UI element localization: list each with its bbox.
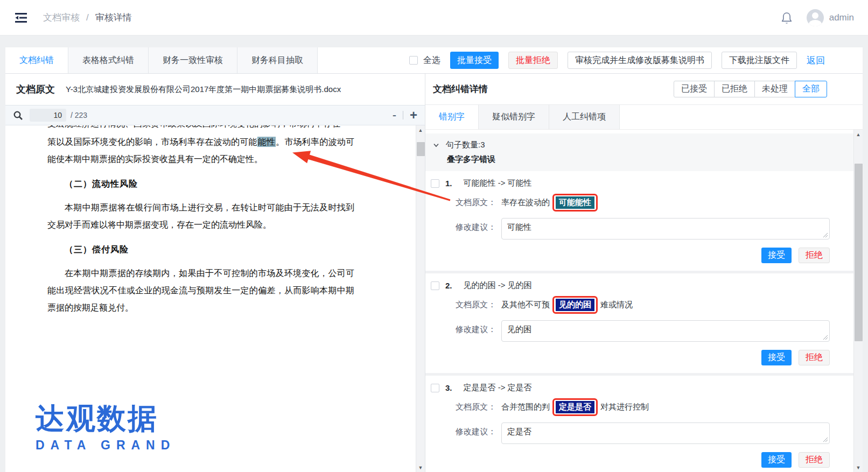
doc-paragraph-2: 本期中期票据将在银行间市场上进行交易，在转让时可能由于无法及时找到交易对手而难以… bbox=[47, 199, 354, 234]
item-1-accept-button[interactable]: 接受 bbox=[761, 248, 792, 263]
item-3-checkbox[interactable] bbox=[431, 384, 439, 392]
item-2-source-post: 难或情况 bbox=[600, 300, 633, 310]
item-2-reject-button[interactable]: 拒绝 bbox=[799, 350, 830, 365]
avatar bbox=[807, 9, 824, 26]
error-group-header[interactable]: 句子数量:3 叠字多字错误 bbox=[425, 133, 853, 171]
item-1-source-label: 文档原文： bbox=[456, 198, 496, 208]
error-item-3: 3. 定是是否 -> 定是否 文档原文： 合并范围的判 定是是否 对其进行控制 … bbox=[425, 376, 853, 472]
doc-p1-pre: 策以及国际环境变化的影响，市场利率存在波动的可能 bbox=[47, 137, 257, 146]
doc-error-highlight: 能性 bbox=[257, 137, 276, 147]
error-list: 句子数量:3 叠字多字错误 1. 可能能性 -> 可能性 文档原文： bbox=[425, 130, 853, 472]
item-2-checkbox[interactable] bbox=[431, 281, 439, 290]
filter-accepted[interactable]: 已接受 bbox=[674, 81, 715, 97]
filter-all[interactable]: 全部 bbox=[795, 81, 827, 97]
download-annotated-button[interactable]: 下载批注版文件 bbox=[722, 52, 797, 69]
document-filename: Y-3北京城建投资发展股份有限公司2017年度第一期中期票据募集说明书.docx bbox=[66, 84, 341, 95]
tab-finance-subject[interactable]: 财务科目抽取 bbox=[237, 47, 318, 73]
page-total: / 223 bbox=[71, 111, 87, 119]
zoom-divider bbox=[403, 111, 403, 119]
breadcrumb: 文档审核 / 审核详情 bbox=[43, 11, 132, 24]
error-list-scrollbar: ▲ ▼ bbox=[853, 130, 863, 472]
filter-pending[interactable]: 未处理 bbox=[754, 81, 795, 97]
item-2-suggestion-input[interactable]: 见的困 bbox=[501, 320, 830, 342]
breadcrumb-section[interactable]: 文档审核 bbox=[43, 11, 80, 24]
list-scroll-up-arrow[interactable]: ▲ bbox=[854, 130, 863, 139]
list-scroll-down-arrow[interactable]: ▼ bbox=[854, 463, 863, 472]
item-3-reject-button[interactable]: 拒绝 bbox=[799, 452, 830, 468]
item-3-source-pre: 合并范围的判 bbox=[501, 402, 550, 412]
document-panel: 文档原文 Y-3北京城建投资发展股份有限公司2017年度第一期中期票据募集说明书… bbox=[5, 74, 425, 472]
item-1-mapping: 可能能性 -> 可能性 bbox=[464, 178, 532, 188]
doc-heading-2: （二）流动性风险 bbox=[47, 175, 354, 193]
select-all-checkbox[interactable] bbox=[409, 56, 418, 65]
zoom-in-button[interactable]: + bbox=[410, 109, 417, 122]
error-item-2: 2. 见的的困 -> 见的困 文档原文： 及其他不可预 见的的困 难或情况 修改… bbox=[425, 273, 853, 373]
item-2-source-pre: 及其他不可预 bbox=[501, 300, 550, 310]
breadcrumb-separator: / bbox=[86, 12, 89, 23]
notification-bell-icon[interactable] bbox=[781, 11, 793, 24]
tab-typos[interactable]: 错别字 bbox=[425, 105, 479, 129]
breadcrumb-current: 审核详情 bbox=[95, 11, 132, 24]
back-link[interactable]: 返回 bbox=[807, 54, 825, 67]
menu-fold-icon[interactable] bbox=[14, 11, 28, 24]
item-1-error-chip-outline: 可能能性 bbox=[552, 194, 598, 212]
doc-scroll-up-arrow[interactable]: ▲ bbox=[416, 125, 425, 135]
tab-manual-corrections[interactable]: 人工纠错项 bbox=[549, 105, 620, 129]
action-row: 文档纠错 表格格式纠错 财务一致性审核 财务科目抽取 全选 批量接受 批量拒绝 … bbox=[5, 47, 863, 74]
item-3-suggest-label: 修改建议： bbox=[456, 427, 496, 437]
item-1-suggestion-input[interactable]: 可能性 bbox=[501, 218, 830, 239]
main-container: 文档纠错 表格格式纠错 财务一致性审核 财务科目抽取 全选 批量接受 批量拒绝 … bbox=[5, 47, 863, 472]
tab-doc-correction[interactable]: 文档纠错 bbox=[5, 47, 68, 73]
item-2-error-chip-outline: 见的的困 bbox=[552, 296, 598, 314]
doc-scroll-thumb[interactable] bbox=[417, 142, 425, 156]
correction-panel-title: 文档纠错详情 bbox=[433, 83, 488, 95]
item-2-mapping: 见的的困 -> 见的困 bbox=[464, 280, 532, 291]
item-1-reject-button[interactable]: 拒绝 bbox=[799, 248, 830, 263]
finish-generate-button[interactable]: 审核完成并生成修改版募集说明书 bbox=[568, 52, 712, 69]
item-1-source-pre: 率存在波动的 bbox=[501, 198, 550, 208]
username: admin bbox=[829, 12, 854, 23]
group-type-label: 叠字多字错误 bbox=[447, 154, 846, 165]
item-3-suggestion-input[interactable]: 定是否 bbox=[501, 422, 830, 444]
tab-table-format[interactable]: 表格格式纠错 bbox=[68, 47, 149, 73]
tab-finance-consistency[interactable]: 财务一致性审核 bbox=[149, 47, 237, 73]
item-3-accept-button[interactable]: 接受 bbox=[761, 452, 792, 468]
item-1-number: 1. bbox=[445, 179, 452, 188]
item-3-error-chip: 定是是否 bbox=[556, 401, 594, 413]
item-2-error-chip: 见的的困 bbox=[556, 299, 594, 311]
error-type-tabs: 错别字 疑似错别字 人工纠错项 bbox=[425, 105, 863, 130]
filter-rejected[interactable]: 已拒绝 bbox=[714, 81, 755, 97]
chevron-down-icon bbox=[433, 142, 439, 149]
item-2-source-label: 文档原文： bbox=[456, 300, 496, 310]
app: { "header": { "breadcrumb_section": "文档审… bbox=[0, 0, 868, 472]
document-viewport: 受宏观经济运行情况、国家货币政策以及国际环境变化的影响，市场利率存在 策以及国际… bbox=[5, 125, 425, 472]
item-2-suggest-label: 修改建议： bbox=[456, 325, 496, 335]
status-filters: 已接受 已拒绝 未处理 全部 bbox=[674, 81, 827, 97]
document-text: 受宏观经济运行情况、国家货币政策以及国际环境变化的影响，市场利率存在 策以及国际… bbox=[47, 125, 354, 316]
doc-scroll-down-arrow[interactable]: ▼ bbox=[416, 463, 425, 472]
tab-suspected-typos[interactable]: 疑似错别字 bbox=[479, 105, 549, 129]
item-2-accept-button[interactable]: 接受 bbox=[761, 350, 792, 365]
module-tabs: 文档纠错 表格格式纠错 财务一致性审核 财务科目抽取 bbox=[5, 47, 318, 73]
page-number-input[interactable] bbox=[30, 109, 66, 122]
batch-accept-button[interactable]: 批量接受 bbox=[450, 52, 499, 69]
doc-heading-3: （三）偿付风险 bbox=[47, 241, 354, 258]
list-scroll-thumb[interactable] bbox=[855, 164, 863, 341]
item-3-number: 3. bbox=[445, 383, 452, 392]
item-3-source-label: 文档原文： bbox=[456, 402, 496, 412]
doc-paragraph-1: 策以及国际环境变化的影响，市场利率存在波动的可能能性。市场利率的波动可能使本期中… bbox=[47, 133, 354, 168]
search-icon[interactable] bbox=[13, 110, 23, 121]
error-item-1: 1. 可能能性 -> 可能性 文档原文： 率存在波动的 可能能性 修改建议： bbox=[425, 171, 853, 271]
doc-paragraph-3: 在本期中期票据的存续期内，如果由于不可控制的市场及环境变化，公司可能出现经营状况… bbox=[47, 265, 354, 316]
correction-panel: 文档纠错详情 已接受 已拒绝 未处理 全部 错别字 疑似错别字 人工纠错项 bbox=[425, 74, 863, 472]
item-1-checkbox[interactable] bbox=[431, 179, 439, 188]
batch-reject-button[interactable]: 批量拒绝 bbox=[508, 52, 558, 69]
item-3-source-post: 对其进行控制 bbox=[600, 402, 649, 412]
user-menu[interactable]: admin bbox=[807, 9, 854, 26]
zoom-out-button[interactable]: - bbox=[393, 109, 396, 121]
item-1-suggest-label: 修改建议： bbox=[456, 222, 496, 233]
document-scrollbar: ▲ ▼ bbox=[416, 125, 425, 472]
item-1-error-chip: 可能能性 bbox=[556, 196, 594, 209]
logo-cn: 达观数据 bbox=[36, 404, 176, 433]
top-header: 文档审核 / 审核详情 admin bbox=[0, 0, 868, 36]
